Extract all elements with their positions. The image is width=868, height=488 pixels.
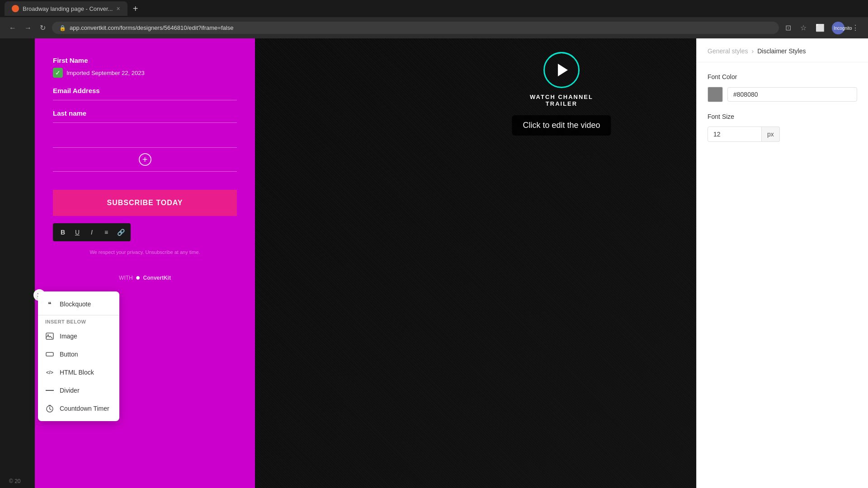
nav-forward-button[interactable]: → bbox=[23, 22, 33, 34]
insert-below-label: INSERT BELOW bbox=[38, 317, 119, 327]
underline-button[interactable]: U bbox=[71, 226, 84, 239]
subscribe-label: SUBSCRIBE TODAY bbox=[107, 199, 183, 207]
font-size-input[interactable] bbox=[708, 127, 762, 142]
divider-icon bbox=[45, 386, 54, 395]
browser-nav: ← → ↻ 🔒 app.convertkit.com/forms/designe… bbox=[0, 17, 868, 38]
footer-brand: ConvertKit bbox=[143, 275, 171, 281]
context-menu: ❝ Blockquote INSERT BELOW Image Button <… bbox=[38, 291, 119, 421]
last-name-label: Last name bbox=[53, 109, 237, 117]
menu-item-divider[interactable]: Divider bbox=[38, 381, 119, 399]
last-name-input-line bbox=[53, 122, 237, 123]
font-size-unit: px bbox=[762, 127, 780, 142]
align-button[interactable]: ≡ bbox=[100, 226, 113, 239]
tab-close-btn[interactable]: × bbox=[116, 5, 120, 12]
window-icon[interactable]: ⬜ bbox=[814, 22, 826, 34]
play-circle[interactable] bbox=[543, 52, 580, 88]
menu-divider-1 bbox=[38, 315, 119, 315]
link-button[interactable]: 🔗 bbox=[114, 226, 127, 239]
text-formatting-toolbar: B U I ≡ 🔗 bbox=[53, 223, 131, 241]
nav-back-button[interactable]: ← bbox=[7, 22, 18, 34]
browser-tabs: Broadway landing page - Conver... × + bbox=[0, 0, 868, 17]
extensions-menu[interactable]: ⋮ bbox=[850, 22, 861, 34]
bookmark-icon[interactable]: ☆ bbox=[798, 22, 808, 34]
blockquote-icon: ❝ bbox=[45, 300, 54, 309]
profile-btn[interactable]: Incognito bbox=[832, 22, 844, 34]
footer-row: WITH ● ConvertKit bbox=[53, 273, 237, 282]
right-sidebar: General styles › Disclaimer Styles Font … bbox=[696, 38, 868, 488]
lock-icon: 🔒 bbox=[59, 25, 66, 31]
breadcrumb-bar: General styles › Disclaimer Styles bbox=[697, 38, 868, 62]
italic-button[interactable]: I bbox=[85, 226, 98, 239]
active-tab[interactable]: Broadway landing page - Conver... × bbox=[5, 1, 127, 16]
font-color-section: Font Color bbox=[697, 62, 868, 113]
extra-line bbox=[53, 147, 237, 148]
email-input-line bbox=[53, 100, 237, 100]
video-edit-tooltip[interactable]: Click to edit the video bbox=[512, 115, 611, 136]
nav-refresh-button[interactable]: ↻ bbox=[38, 22, 47, 34]
add-btn-row: + bbox=[53, 153, 237, 166]
nav-actions: ⊡ ☆ ⬜ Incognito ⋮ bbox=[783, 22, 861, 34]
imported-row: ✓ Imported September 22, 2023 bbox=[53, 68, 237, 78]
play-icon bbox=[558, 64, 568, 76]
font-size-section: Font Size px bbox=[697, 113, 868, 153]
watch-channel-label: WATCH CHANNEL TRAILER bbox=[530, 94, 593, 107]
countdown-icon bbox=[45, 404, 54, 413]
imported-check-icon: ✓ bbox=[53, 68, 63, 78]
imported-text: Imported September 22, 2023 bbox=[66, 70, 145, 76]
bold-button[interactable]: B bbox=[57, 226, 69, 239]
font-size-row: px bbox=[708, 127, 857, 142]
url-text: app.convertkit.com/forms/designers/56468… bbox=[70, 24, 233, 31]
color-value-input[interactable] bbox=[727, 87, 857, 102]
main-area: First Name ✓ Imported September 22, 2023… bbox=[0, 38, 868, 488]
subscribe-button[interactable]: SUBSCRIBE TODAY bbox=[53, 190, 237, 216]
disclaimer-text: We respect your privacy. Unsubscribe at … bbox=[53, 249, 237, 255]
font-color-section-label: Font Color bbox=[708, 73, 857, 80]
below-add-line bbox=[53, 171, 237, 172]
first-name-label: First Name bbox=[53, 56, 237, 64]
button-icon bbox=[45, 350, 54, 359]
video-center-content: WATCH CHANNEL TRAILER bbox=[530, 52, 593, 107]
browser-chrome: Broadway landing page - Conver... × + ← … bbox=[0, 0, 868, 38]
font-size-section-label: Font Size bbox=[708, 113, 857, 120]
footer-with-label: WITH bbox=[119, 275, 133, 281]
color-swatch[interactable] bbox=[708, 87, 723, 102]
breadcrumb-current: Disclaimer Styles bbox=[757, 47, 806, 55]
cast-icon[interactable]: ⊡ bbox=[783, 22, 793, 34]
add-field-button[interactable]: + bbox=[139, 153, 151, 166]
new-tab-button[interactable]: + bbox=[129, 2, 142, 15]
address-bar[interactable]: 🔒 app.convertkit.com/forms/designers/564… bbox=[52, 22, 779, 34]
email-label: Email Address bbox=[53, 87, 237, 94]
html-icon: </> bbox=[45, 368, 54, 377]
tab-favicon bbox=[12, 5, 19, 12]
menu-item-countdown[interactable]: Countdown Timer bbox=[38, 399, 119, 418]
menu-item-blockquote[interactable]: ❝ Blockquote bbox=[38, 295, 119, 313]
breadcrumb-separator: › bbox=[751, 47, 754, 55]
svg-rect-2 bbox=[46, 352, 53, 356]
menu-item-button[interactable]: Button bbox=[38, 345, 119, 363]
form-content: First Name ✓ Imported September 22, 2023… bbox=[35, 38, 255, 291]
breadcrumb-parent-link[interactable]: General styles bbox=[708, 47, 748, 55]
copyright-bar: © 20 bbox=[0, 474, 30, 488]
menu-item-html-block[interactable]: </> HTML Block bbox=[38, 363, 119, 381]
color-row bbox=[708, 87, 857, 102]
image-icon bbox=[45, 332, 54, 341]
ck-logo-icon: ● bbox=[136, 273, 141, 282]
menu-item-image[interactable]: Image bbox=[38, 327, 119, 345]
tab-title: Broadway landing page - Conver... bbox=[23, 5, 113, 12]
